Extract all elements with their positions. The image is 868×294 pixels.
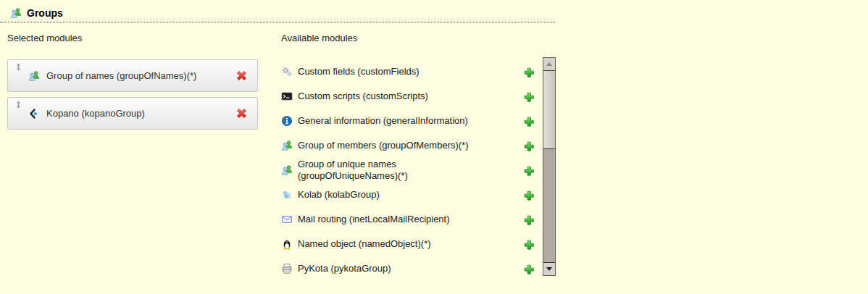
available-modules-list: Custom fields (customFields) Custom scri… xyxy=(281,59,535,281)
available-module-label: Group of members (groupOfMembers)(*) xyxy=(298,140,490,151)
add-module-button[interactable] xyxy=(522,238,535,251)
page-title: Groups xyxy=(27,7,63,19)
selected-modules-column: Selected modules Group of names (groupOf… xyxy=(7,33,259,281)
group-icon xyxy=(281,140,293,151)
groups-config-panel: Groups Selected modules Group of names (… xyxy=(0,0,555,281)
available-module-row: Named object (namedObject)(*) xyxy=(281,232,535,256)
selected-module-item[interactable]: Group of names (groupOfNames)(*) xyxy=(7,59,258,92)
add-module-button[interactable] xyxy=(522,66,535,78)
selected-modules-heading: Selected modules xyxy=(7,33,259,44)
page-header: Groups xyxy=(0,0,555,22)
scrollbar-thumb[interactable] xyxy=(543,71,555,149)
remove-module-button[interactable] xyxy=(235,70,248,82)
selected-module-label: Kopano (kopanoGroup) xyxy=(46,108,145,119)
available-modules-column: Available modules Custom fields (customF… xyxy=(281,33,556,281)
available-module-label: Named object (namedObject)(*) xyxy=(298,238,490,250)
available-module-label: Mail routing (inetLocalMailRecipient) xyxy=(298,214,490,225)
add-module-button[interactable] xyxy=(522,214,535,226)
available-module-row: Group of members (groupOfMembers)(*) xyxy=(281,133,535,158)
add-module-button[interactable] xyxy=(522,189,535,201)
add-module-button[interactable] xyxy=(522,91,535,103)
available-module-row: General information (generalInformation) xyxy=(281,109,535,133)
selected-module-label: Group of names (groupOfNames)(*) xyxy=(46,70,196,81)
available-module-label: Custom fields (customFields) xyxy=(298,66,490,77)
groups-icon xyxy=(10,7,22,19)
add-module-button[interactable] xyxy=(522,115,535,127)
group-icon xyxy=(281,164,293,176)
scrollbar-track[interactable] xyxy=(543,149,555,262)
available-module-label: Custom scripts (customScripts) xyxy=(298,91,490,102)
add-module-button[interactable] xyxy=(522,140,535,152)
selected-module-item[interactable]: Kopano (kopanoGroup) xyxy=(7,97,258,130)
available-module-row: Group of unique names (groupOfUniqueName… xyxy=(281,158,535,182)
group-icon xyxy=(28,70,40,82)
info-icon xyxy=(281,115,293,127)
available-module-label: PyKota (pykotaGroup) xyxy=(298,263,490,274)
scroll-down-icon[interactable] xyxy=(543,262,555,275)
scrollbar[interactable] xyxy=(543,57,556,276)
available-module-row: Custom scripts (customScripts) xyxy=(281,84,535,109)
mail-icon xyxy=(281,214,293,225)
drag-handle-icon[interactable] xyxy=(14,101,22,109)
add-module-button[interactable] xyxy=(522,263,535,275)
available-module-row: PyKota (pykotaGroup) xyxy=(281,256,535,281)
add-module-button[interactable] xyxy=(522,164,535,177)
remove-module-button[interactable] xyxy=(235,107,248,119)
available-modules-heading: Available modules xyxy=(281,33,556,44)
available-module-label: Kolab (kolabGroup) xyxy=(298,189,490,201)
tux-icon xyxy=(281,238,293,250)
available-module-label: Group of unique names (groupOfUniqueName… xyxy=(298,159,490,182)
selected-modules-list: Group of names (groupOfNames)(*) Kopano … xyxy=(7,59,259,130)
kopano-icon xyxy=(28,108,40,119)
available-module-row: Mail routing (inetLocalMailRecipient) xyxy=(281,207,535,232)
available-module-row: Custom fields (customFields) xyxy=(281,59,535,84)
kolab-icon xyxy=(281,189,293,201)
available-module-row: Kolab (kolabGroup) xyxy=(281,182,535,207)
drag-handle-icon[interactable] xyxy=(14,63,22,71)
scroll-up-icon[interactable] xyxy=(543,58,555,71)
custom-scripts-icon xyxy=(281,91,293,102)
custom-fields-icon xyxy=(281,66,293,77)
available-module-label: General information (generalInformation) xyxy=(298,115,490,127)
printer-icon xyxy=(281,263,293,274)
